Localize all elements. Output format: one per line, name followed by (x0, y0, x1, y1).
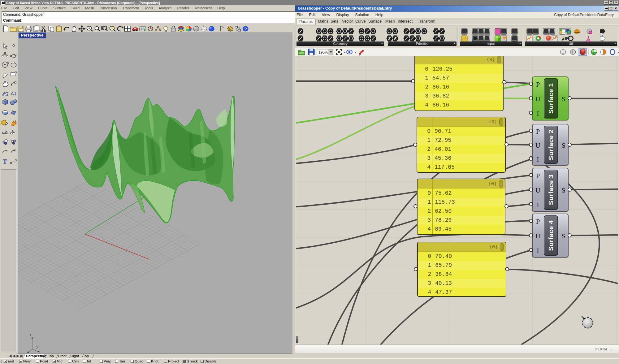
svg-text:?: ? (244, 27, 247, 31)
svg-text:REC: REC (547, 40, 551, 41)
svg-text:T: T (3, 158, 7, 165)
svg-text:z: z (29, 333, 31, 336)
svg-text:A: A (394, 37, 396, 40)
svg-text:7: 7 (388, 37, 390, 40)
svg-text:y: y (36, 345, 38, 349)
svg-text:x: x (300, 30, 301, 33)
svg-text:195%: 195% (318, 50, 328, 54)
